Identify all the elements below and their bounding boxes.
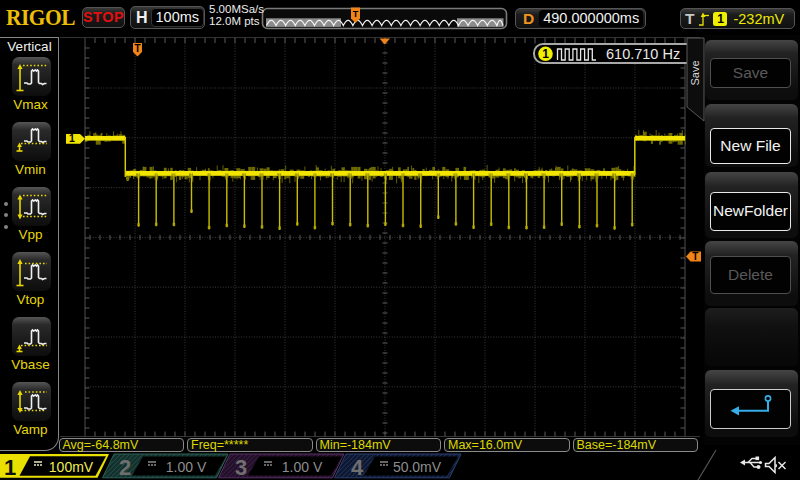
svg-text:100mV: 100mV (49, 459, 94, 475)
svg-text:610.710 Hz: 610.710 Hz (606, 45, 680, 61)
svg-text:T: T (134, 43, 140, 54)
svg-text:2: 2 (119, 455, 131, 480)
svg-text:4: 4 (351, 455, 364, 480)
svg-text:3: 3 (235, 455, 247, 480)
svg-text:1: 1 (542, 47, 549, 61)
svg-text:50.0mV: 50.0mV (393, 459, 442, 475)
svg-text:1.00 V: 1.00 V (166, 459, 207, 475)
svg-text:1.00 V: 1.00 V (282, 459, 323, 475)
svg-text:T: T (692, 251, 698, 262)
svg-text:1: 1 (69, 132, 75, 144)
svg-text:1: 1 (4, 455, 16, 480)
svg-text:T: T (353, 9, 359, 19)
